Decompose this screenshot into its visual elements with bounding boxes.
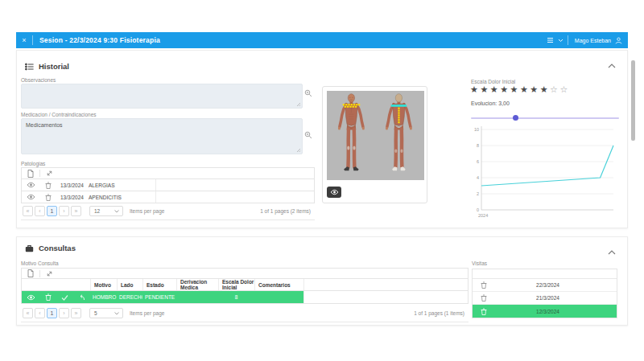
star-icon[interactable]: ★ [500, 84, 510, 94]
star-icon[interactable]: ★ [470, 84, 480, 94]
evolucion-label: Evolucion: 3,00 [471, 101, 510, 106]
delete-visita-trash-icon[interactable] [481, 294, 487, 302]
session-window: × Sesion - 22/3/2024 9:30 Fisioterapia M… [0, 0, 644, 361]
delete-row-trash-icon[interactable] [45, 182, 52, 189]
patologias-label: Patologias [21, 161, 45, 166]
last-page-button[interactable]: » [71, 206, 81, 216]
confirm-row-check-icon[interactable] [61, 294, 68, 301]
star-icon[interactable]: ★ [490, 84, 500, 94]
view-row-eye-icon[interactable] [27, 194, 35, 200]
user-name[interactable]: Mago Esteban [575, 38, 611, 43]
table-row[interactable]: 13/3/2024APENDICITIS [21, 191, 315, 203]
visita-row[interactable]: 21/3/2024 [473, 292, 617, 305]
next-page-button[interactable]: › [59, 308, 69, 318]
prev-page-button[interactable]: ‹ [35, 308, 45, 318]
page-size-select[interactable]: 12 [89, 206, 123, 216]
column-header: Escala Dolor Inicial [218, 279, 254, 290]
star-icon[interactable]: ★ [480, 84, 489, 94]
slider-thumb[interactable] [513, 115, 518, 121]
evolution-chart: 02468102024 [470, 121, 628, 224]
prev-page-button[interactable]: ‹ [35, 206, 45, 216]
menu-icon[interactable] [547, 37, 554, 43]
column-header: Motivo [90, 279, 117, 290]
historial-card: Historial Observaciones Medicacion / Con… [16, 50, 628, 228]
collapse-consultas-chevron-up-icon[interactable] [608, 250, 616, 255]
fecha-cell: 13/3/2024 [56, 191, 86, 203]
view-row-eye-icon[interactable] [27, 182, 35, 188]
visita-date: 21/3/2024 [495, 295, 617, 301]
caret-down-icon [114, 312, 119, 315]
delete-row-trash-icon[interactable] [45, 293, 52, 301]
star-icon[interactable]: ☆ [550, 84, 559, 94]
patologias-table: 13/3/2024ALERGIAS13/3/2024APENDICITIS «‹… [21, 167, 315, 220]
table-row[interactable]: 13/3/2024ALERGIAS [21, 179, 315, 191]
body-view-eye-button[interactable] [327, 187, 341, 198]
window-title: Sesion - 22/3/2024 9:30 Fisioterapia [39, 36, 160, 44]
observaciones-zoom-icon[interactable] [304, 89, 312, 97]
page-number-button[interactable]: 1 [47, 206, 57, 216]
expand-table-icon[interactable] [40, 270, 59, 277]
body-front-figure [338, 94, 365, 171]
slider-track [471, 117, 619, 119]
visita-date: 22/3/2024 [495, 282, 617, 288]
pager-summary: 1 of 1 pages (1 items) [414, 310, 467, 316]
visita-row[interactable]: 12/3/2024 [473, 305, 617, 318]
star-icon[interactable]: ★ [520, 84, 530, 94]
column-header: Derivacion Medica [176, 279, 218, 290]
view-row-eye-icon[interactable] [27, 294, 35, 301]
medicacion-textarea[interactable]: Medicamentos [21, 118, 303, 154]
lado-cell: DERECHO [117, 291, 142, 303]
page-size-select[interactable]: 5 [89, 308, 123, 318]
escala-cell: 8 [218, 291, 254, 303]
collapse-historial-chevron-up-icon[interactable] [608, 64, 616, 68]
patologia-cell: ALERGIAS [86, 179, 155, 191]
items-per-page-label: Items per page [130, 310, 164, 316]
pain-star-rating[interactable]: ★★★★★★★★☆☆ [470, 84, 570, 95]
pagination-bar: «‹1›»12Items per page1 of 1 pages (2 ite… [21, 203, 315, 220]
next-page-button[interactable]: › [59, 206, 69, 216]
caret-down-icon[interactable] [558, 39, 564, 43]
svg-text:6: 6 [477, 159, 479, 164]
scrollbar-thumb[interactable] [631, 60, 635, 141]
patologia-cell: APENDICITIS [86, 191, 155, 203]
last-page-button[interactable]: » [71, 308, 81, 318]
derivacion-cell [176, 291, 218, 303]
anatomy-image [327, 91, 424, 180]
motivo-consulta-label: Motivo Consulta [21, 260, 59, 266]
expand-table-icon[interactable] [40, 170, 59, 177]
undo-row-icon[interactable] [78, 294, 85, 301]
delete-visita-trash-icon[interactable] [481, 281, 487, 289]
historial-title: Historial [39, 62, 69, 71]
visitas-label: Visitas [472, 260, 487, 266]
first-page-button[interactable]: « [23, 308, 33, 318]
svg-text:10: 10 [474, 127, 479, 132]
items-per-page-label: Items per page [130, 208, 164, 214]
delete-row-trash-icon[interactable] [45, 194, 52, 201]
observaciones-textarea[interactable] [21, 84, 303, 109]
new-record-icon[interactable] [22, 170, 39, 178]
page-size-value: 12 [94, 208, 100, 214]
star-icon[interactable]: ★ [530, 84, 539, 94]
table-row[interactable]: HOMBRODERECHOPENDIENTE8 [21, 291, 469, 304]
first-page-button[interactable]: « [23, 206, 33, 216]
visita-row[interactable]: 22/3/2024 [473, 279, 617, 292]
star-icon[interactable]: ★ [540, 84, 550, 94]
new-record-icon[interactable] [22, 269, 39, 277]
star-icon[interactable]: ☆ [559, 84, 569, 94]
scrollbar[interactable] [631, 55, 636, 324]
consultas-table: MotivoLadoEstadoDerivacion MedicaEscala … [21, 268, 469, 322]
body-back-figure [386, 94, 412, 171]
page-number-button[interactable]: 1 [47, 308, 57, 318]
body-map-panel [322, 86, 427, 203]
medicacion-zoom-icon[interactable] [304, 131, 312, 139]
person-icon[interactable] [615, 37, 622, 44]
close-button[interactable]: × [16, 32, 32, 48]
titlebar: × Sesion - 22/3/2024 9:30 Fisioterapia M… [16, 32, 628, 48]
table-header-row: MotivoLadoEstadoDerivacion MedicaEscala … [21, 279, 469, 291]
estado-cell: PENDIENTE [142, 291, 176, 303]
consultas-title: Consultas [39, 244, 76, 252]
delete-visita-trash-icon[interactable] [481, 308, 487, 315]
consultas-card: Consultas Motivo Consulta MotivoLadoEsta… [16, 236, 628, 326]
evolucion-slider[interactable] [471, 115, 619, 121]
star-icon[interactable]: ★ [510, 84, 520, 94]
